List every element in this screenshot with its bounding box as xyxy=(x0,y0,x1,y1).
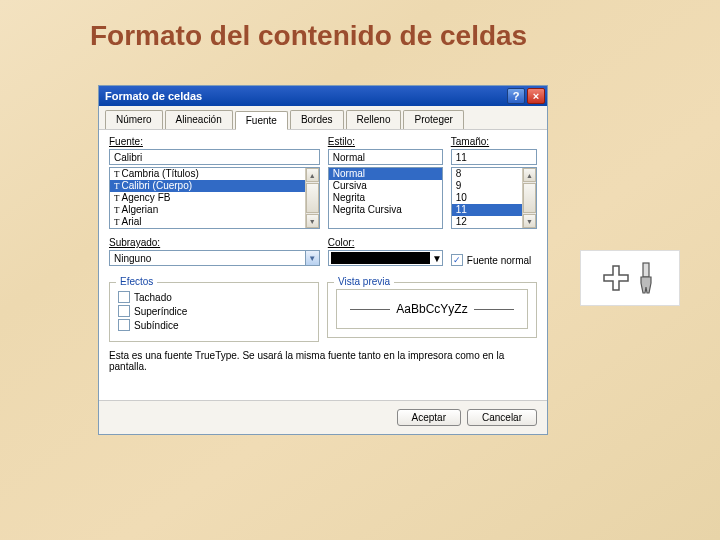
tab-alineacion[interactable]: Alineación xyxy=(165,110,233,129)
color-label: Color: xyxy=(328,237,443,248)
strikethrough-checkbox[interactable]: Tachado xyxy=(118,291,310,303)
tab-proteger[interactable]: Proteger xyxy=(403,110,463,129)
style-input[interactable]: Normal xyxy=(328,149,443,165)
effect-label: Tachado xyxy=(134,292,172,303)
font-value: Calibri xyxy=(110,152,319,163)
scroll-up-icon[interactable]: ▲ xyxy=(523,168,536,182)
scroll-up-icon[interactable]: ▲ xyxy=(306,168,319,182)
preview-underline xyxy=(474,309,514,310)
tab-relleno[interactable]: Relleno xyxy=(346,110,402,129)
tab-fuente[interactable]: Fuente xyxy=(235,111,288,130)
scrollbar[interactable]: ▲ ▼ xyxy=(522,168,536,228)
accept-button[interactable]: Aceptar xyxy=(397,409,461,426)
scrollbar[interactable]: ▲ ▼ xyxy=(305,168,319,228)
underline-value: Ninguno xyxy=(110,253,305,264)
preview-group: Vista previa AaBbCcYyZz xyxy=(327,282,537,338)
list-item[interactable]: Normal xyxy=(329,168,442,180)
list-item[interactable]: TAlgerian xyxy=(110,204,319,216)
checkbox-icon: ✓ xyxy=(451,254,463,266)
brush-icon xyxy=(633,261,659,295)
preview-underline xyxy=(350,309,390,310)
underline-select[interactable]: Ninguno ▼ xyxy=(109,250,320,266)
size-value: 11 xyxy=(452,152,536,163)
list-item[interactable]: Negrita Cursiva xyxy=(329,204,442,216)
cancel-button[interactable]: Cancelar xyxy=(467,409,537,426)
side-graphic xyxy=(580,250,680,306)
list-item[interactable]: 14 xyxy=(452,228,536,229)
chevron-down-icon[interactable]: ▼ xyxy=(305,251,319,265)
titlebar-text: Formato de celdas xyxy=(105,90,505,102)
format-cells-dialog: Formato de celdas ? × Número Alineación … xyxy=(98,85,548,435)
checkbox-icon xyxy=(118,319,130,331)
preview-box: AaBbCcYyZz xyxy=(336,289,528,329)
scroll-thumb[interactable] xyxy=(306,183,319,213)
color-select[interactable]: ▼ xyxy=(328,250,443,266)
font-panel: Fuente: Calibri TCambria (Títulos) TCali… xyxy=(99,130,547,376)
scroll-thumb[interactable] xyxy=(523,183,536,213)
tab-bordes[interactable]: Bordes xyxy=(290,110,344,129)
subscript-checkbox[interactable]: Subíndice xyxy=(118,319,310,331)
effects-title: Efectos xyxy=(116,276,157,287)
color-swatch xyxy=(331,252,430,264)
list-item[interactable]: TArial xyxy=(110,216,319,228)
close-button[interactable]: × xyxy=(527,88,545,104)
size-label: Tamaño: xyxy=(451,136,537,147)
font-input[interactable]: Calibri xyxy=(109,149,320,165)
normal-font-checkbox[interactable]: ✓ Fuente normal xyxy=(451,254,537,266)
underline-label: Subrayado: xyxy=(109,237,320,248)
effect-label: Superíndice xyxy=(134,306,187,317)
tab-numero[interactable]: Número xyxy=(105,110,163,129)
style-value: Normal xyxy=(329,152,442,163)
dialog-buttons: Aceptar Cancelar xyxy=(99,400,547,434)
font-listbox[interactable]: TCambria (Títulos) TCalibri (Cuerpo) TAg… xyxy=(109,167,320,229)
truetype-note: Esta es una fuente TrueType. Se usará la… xyxy=(109,350,537,372)
chevron-down-icon[interactable]: ▼ xyxy=(432,253,442,264)
normal-font-label: Fuente normal xyxy=(467,255,531,266)
effects-group: Efectos Tachado Superíndice Subíndice xyxy=(109,282,319,342)
titlebar[interactable]: Formato de celdas ? × xyxy=(99,86,547,106)
help-button[interactable]: ? xyxy=(507,88,525,104)
scroll-down-icon[interactable]: ▼ xyxy=(523,214,536,228)
style-listbox[interactable]: Normal Cursiva Negrita Negrita Cursiva xyxy=(328,167,443,229)
checkbox-icon xyxy=(118,305,130,317)
preview-title: Vista previa xyxy=(334,276,394,287)
list-item[interactable]: Negrita xyxy=(329,192,442,204)
checkbox-icon xyxy=(118,291,130,303)
list-item[interactable]: TCalibri (Cuerpo) xyxy=(110,180,319,192)
style-label: Estilo: xyxy=(328,136,443,147)
tabs: Número Alineación Fuente Bordes Relleno … xyxy=(99,106,547,130)
size-input[interactable]: 11 xyxy=(451,149,537,165)
svg-rect-0 xyxy=(643,263,649,277)
slide-title: Formato del contenido de celdas xyxy=(0,0,720,52)
scroll-down-icon[interactable]: ▼ xyxy=(306,214,319,228)
list-item[interactable]: Cursiva xyxy=(329,180,442,192)
size-listbox[interactable]: 8 9 10 11 12 14 ▲ ▼ xyxy=(451,167,537,229)
plus-icon xyxy=(601,263,631,293)
list-item[interactable]: TCambria (Títulos) xyxy=(110,168,319,180)
font-label: Fuente: xyxy=(109,136,320,147)
effect-label: Subíndice xyxy=(134,320,178,331)
superscript-checkbox[interactable]: Superíndice xyxy=(118,305,310,317)
list-item[interactable]: TAgency FB xyxy=(110,192,319,204)
list-item[interactable]: TArial Black xyxy=(110,228,319,229)
preview-sample: AaBbCcYyZz xyxy=(396,302,467,316)
